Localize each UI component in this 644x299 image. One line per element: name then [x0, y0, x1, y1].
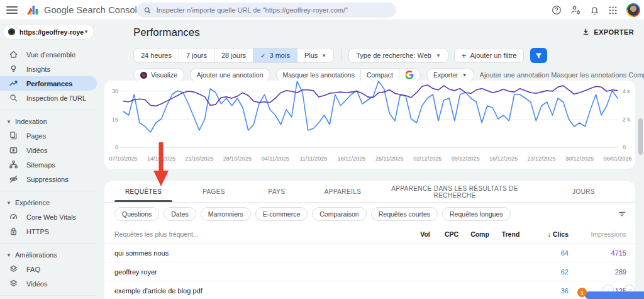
svg-text:06/01/2026: 06/01/2026: [603, 155, 631, 162]
hide-annotations-button[interactable]: Masquer les annotations: [283, 71, 355, 79]
extension-bar[interactable]: [585, 291, 644, 299]
notifications-bell-icon[interactable]: [590, 5, 599, 15]
property-selector[interactable]: https://geoffrey-royer.c... ▼: [3, 24, 94, 40]
tab-apparence[interactable]: APPARENCE DANS LES RÉSULTATS DE RECHERCH…: [377, 181, 532, 202]
query-chip-requ-tes-courtes[interactable]: Requêtes courtes: [371, 207, 438, 221]
svg-text:02/12/2025: 02/12/2025: [413, 155, 441, 162]
site-favicon: [8, 28, 15, 35]
caret-down-icon: ▼: [6, 119, 13, 125]
sidebar-item-vid-os[interactable]: Vidéos: [0, 143, 97, 157]
divider: [360, 69, 361, 82]
svg-text:14/10/2025: 14/10/2025: [147, 155, 175, 162]
date-range-more[interactable]: Plus▼: [297, 48, 333, 62]
column-cpc[interactable]: CPC: [438, 230, 465, 238]
layers-icon: [9, 264, 19, 274]
performance-line-chart[interactable]: 0153002 k4 k07/10/202514/10/202521/10/20…: [104, 81, 635, 166]
google-logo-icon[interactable]: [405, 71, 414, 79]
record-icon: [140, 72, 147, 79]
column-comp[interactable]: Comp: [465, 230, 494, 238]
sidebar-item-suppressions[interactable]: Suppressions: [0, 172, 97, 186]
help-icon[interactable]: [552, 5, 562, 15]
home-icon: [9, 50, 19, 59]
add-filter-chip[interactable]: + Ajouter un filtre: [454, 48, 525, 63]
performance-icon: [9, 79, 19, 88]
date-range-24-heures[interactable]: 24 heures: [134, 48, 179, 62]
export-chart-button[interactable]: Exporter ▼: [426, 68, 474, 82]
vertical-scrollbar[interactable]: [638, 118, 643, 155]
tab-jours[interactable]: JOURS: [532, 181, 635, 202]
export-chart-label: Exporter: [433, 71, 458, 79]
lightbulb-icon: [9, 64, 19, 74]
divider: [341, 49, 342, 62]
svg-text:16/12/2025: 16/12/2025: [489, 155, 518, 162]
query-chip-requ-tes-longues[interactable]: Requêtes longues: [442, 207, 511, 221]
add-annotation-button[interactable]: Ajouter une annotation: [190, 68, 270, 82]
advanced-filter-button[interactable]: [530, 48, 547, 63]
divider: [399, 69, 399, 82]
query-chip-marronniers[interactable]: Marronniers: [201, 207, 251, 221]
extension-links-text[interactable]: Ajouter une annotation Masquer les annot…: [480, 71, 644, 79]
caret-down-icon: ▼: [6, 252, 13, 258]
sidebar-section-am-liorations[interactable]: ▼ Améliorations: [0, 248, 104, 262]
avatar[interactable]: [626, 3, 640, 17]
tab-requêtes[interactable]: REQUÊTES: [104, 181, 182, 202]
svg-text:25/11/2025: 25/11/2025: [375, 155, 403, 162]
sidebar-item-sitemaps[interactable]: Sitemaps: [0, 157, 97, 172]
visualize-button[interactable]: Visualize: [133, 68, 184, 82]
tab-appareils[interactable]: APPAREILS: [308, 181, 377, 202]
table-row[interactable]: geoffrey royer 62 289: [104, 262, 635, 281]
date-range-3-mois[interactable]: ✓3 mois: [253, 48, 297, 62]
google-apps-grid-icon[interactable]: [608, 6, 618, 15]
date-range-7-jours[interactable]: 7 jours: [179, 48, 214, 62]
annotations-group: Masquer les annotations Compact: [276, 68, 421, 82]
filter-list-icon[interactable]: [618, 210, 626, 218]
column-vol[interactable]: Vol: [413, 230, 438, 238]
sidebar-item-faq[interactable]: FAQ: [0, 262, 97, 276]
dimension-tabs: REQUÊTESPAGESPAYSAPPAREILSAPPARENCE DANS…: [104, 181, 635, 203]
visualize-label: Visualize: [151, 71, 177, 79]
svg-text:30/12/2025: 30/12/2025: [565, 155, 594, 162]
export-button[interactable]: EXPORTER: [582, 28, 634, 36]
tab-pays[interactable]: PAYS: [245, 181, 308, 202]
plus-icon: +: [462, 51, 467, 60]
search-type-chip[interactable]: Type de recherche: Web ▼: [348, 48, 448, 63]
svg-text:0: 0: [623, 144, 626, 150]
sidebar-item-vid-os[interactable]: Vidéos: [0, 276, 97, 291]
search-input[interactable]: [157, 6, 383, 14]
column-impressions[interactable]: Impressions: [569, 230, 626, 238]
sidebar-item-vue-d-ensemble[interactable]: Vue d'ensemble: [0, 47, 97, 62]
tab-pages[interactable]: PAGES: [182, 181, 245, 202]
sidebar-item-performances[interactable]: Performances: [0, 76, 97, 91]
column-queries[interactable]: Requêtes les plus fréquent...: [114, 230, 413, 238]
dimensions-table-card: REQUÊTESPAGESPAYSAPPAREILSAPPARENCE DANS…: [104, 181, 635, 299]
sidebar-section-indexation[interactable]: ▼ Indexation: [0, 115, 104, 128]
table-row[interactable]: qui sommes nous 64 4715: [104, 244, 635, 262]
query-chip-questions[interactable]: Questions: [114, 207, 159, 221]
funnel-icon: [535, 52, 543, 60]
column-trend[interactable]: Trend: [494, 230, 527, 238]
menu-icon[interactable]: [6, 6, 18, 14]
svg-text:0: 0: [115, 144, 118, 150]
property-url: https://geoffrey-royer.c...: [19, 28, 84, 36]
svg-text:04/11/2025: 04/11/2025: [262, 155, 289, 162]
search-icon: [143, 6, 152, 14]
table-row[interactable]: exemple d'article de blog pdf 36 125: [104, 281, 635, 299]
user-settings-icon[interactable]: [570, 5, 581, 15]
url-inspection-search[interactable]: [137, 3, 396, 18]
query-chip-comparaison[interactable]: Comparaison: [312, 207, 366, 221]
sidebar-item-core-web-vitals[interactable]: Core Web Vitals: [0, 210, 97, 224]
sidebar-item-pages[interactable]: Pages: [0, 128, 97, 143]
date-range-28-jours[interactable]: 28 jours: [214, 48, 253, 62]
extension-badge[interactable]: 1: [577, 288, 587, 297]
compact-button[interactable]: Compact: [367, 71, 393, 79]
sidebar-item-inspection-de-l-url[interactable]: Inspection de l'URL: [0, 91, 97, 105]
query-chip-e-commerce[interactable]: E-commerce: [255, 207, 308, 221]
sidebar-item-insights[interactable]: Insights: [0, 62, 97, 76]
table-header-row: Requêtes les plus fréquent...VolCPCCompT…: [104, 225, 635, 244]
column-clics[interactable]: ↓ Clics: [527, 230, 569, 238]
sidebar-section-exp-rience[interactable]: ▼ Expérience: [0, 196, 104, 210]
query-filter-chips: QuestionsDatesMarronniersE-commerceCompa…: [104, 203, 635, 225]
query-chip-dates[interactable]: Dates: [164, 207, 196, 221]
svg-text:2 k: 2 k: [623, 116, 631, 123]
sidebar-item-https[interactable]: HTTPS: [0, 224, 97, 239]
